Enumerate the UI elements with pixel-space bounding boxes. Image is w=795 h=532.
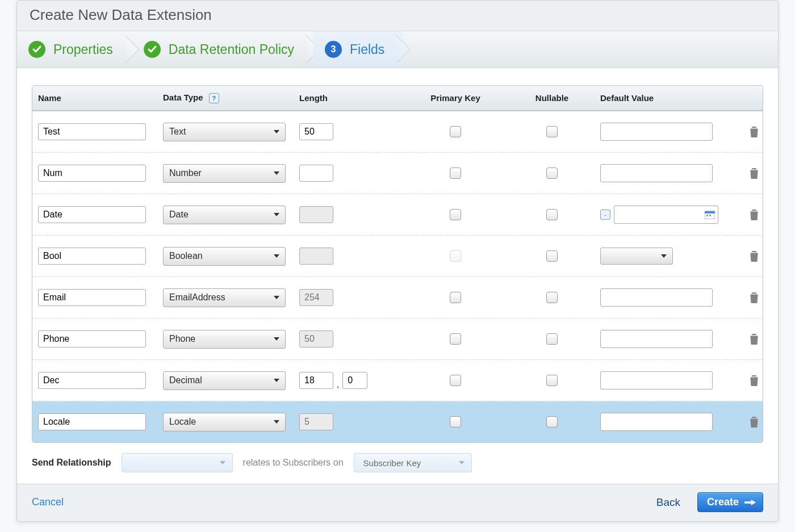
delete-row-icon[interactable] bbox=[749, 375, 759, 386]
default-value-input[interactable] bbox=[600, 164, 713, 182]
col-length: Length bbox=[299, 93, 407, 103]
cancel-button[interactable]: Cancel bbox=[32, 496, 64, 508]
data-type-select[interactable]: Text bbox=[163, 123, 286, 141]
nullable-checkbox[interactable] bbox=[546, 416, 558, 428]
length-input[interactable] bbox=[299, 165, 333, 182]
send-relationship-label: Send Relationship bbox=[32, 458, 111, 468]
svg-rect-2 bbox=[706, 215, 708, 216]
field-name-input[interactable] bbox=[38, 330, 146, 347]
data-type-value: Boolean bbox=[169, 251, 203, 261]
default-value-input bbox=[600, 413, 713, 431]
check-icon bbox=[28, 41, 45, 58]
data-type-select[interactable]: Boolean bbox=[163, 247, 286, 266]
data-type-value: Phone bbox=[169, 334, 195, 344]
data-type-select[interactable]: Phone bbox=[163, 330, 286, 349]
length-input bbox=[299, 413, 333, 430]
delete-row-icon[interactable] bbox=[749, 126, 759, 137]
col-default-value: Default Value bbox=[600, 93, 731, 103]
delete-row-icon[interactable] bbox=[749, 416, 759, 428]
col-primary-key: Primary Key bbox=[407, 93, 504, 103]
field-name-input[interactable] bbox=[38, 372, 146, 389]
step-label: Fields bbox=[350, 42, 384, 57]
default-value-input[interactable] bbox=[600, 123, 713, 141]
subscriber-key-select[interactable]: Subscriber Key bbox=[354, 453, 472, 472]
primary-key-checkbox[interactable] bbox=[450, 375, 461, 386]
nullable-checkbox[interactable] bbox=[546, 375, 558, 386]
data-type-select[interactable]: Number bbox=[163, 164, 286, 183]
send-relationship-row: Send Relationship relates to Subscribers… bbox=[32, 453, 763, 472]
nullable-checkbox[interactable] bbox=[546, 250, 558, 262]
wizard-steps: Properties Data Retention Policy 3 Field… bbox=[17, 31, 778, 68]
delete-row-icon[interactable] bbox=[749, 292, 759, 303]
primary-key-checkbox[interactable] bbox=[450, 416, 461, 428]
nullable-checkbox[interactable] bbox=[546, 292, 558, 303]
col-name: Name bbox=[38, 93, 163, 103]
modal-footer: Cancel Back Create bbox=[17, 484, 778, 521]
length-input bbox=[299, 289, 333, 306]
nullable-checkbox[interactable] bbox=[546, 126, 558, 137]
default-value-select[interactable] bbox=[600, 248, 673, 265]
default-value-input bbox=[600, 330, 713, 348]
length-input bbox=[299, 248, 333, 265]
table-row: Date- bbox=[32, 194, 763, 236]
data-type-select[interactable]: EmailAddress bbox=[163, 288, 286, 307]
step-fields[interactable]: 3 Fields bbox=[313, 31, 404, 68]
delete-row-icon[interactable] bbox=[749, 167, 759, 179]
col-nullable: Nullable bbox=[504, 93, 600, 103]
step-properties[interactable]: Properties bbox=[17, 31, 132, 68]
check-icon bbox=[144, 41, 161, 58]
data-type-value: Number bbox=[169, 168, 202, 178]
data-type-select[interactable]: Decimal bbox=[163, 371, 286, 390]
data-type-value: Decimal bbox=[169, 375, 202, 386]
arrow-right-icon bbox=[744, 498, 756, 507]
primary-key-checkbox[interactable] bbox=[450, 167, 461, 179]
primary-key-checkbox[interactable] bbox=[450, 209, 461, 220]
length-input[interactable] bbox=[299, 123, 333, 140]
back-button[interactable]: Back bbox=[656, 496, 680, 509]
default-value-input[interactable] bbox=[600, 371, 713, 389]
data-type-select[interactable]: Locale bbox=[163, 413, 286, 432]
delete-row-icon[interactable] bbox=[749, 333, 759, 345]
create-button[interactable]: Create bbox=[697, 492, 763, 512]
nullable-checkbox[interactable] bbox=[546, 333, 558, 345]
step-label: Properties bbox=[53, 42, 113, 57]
svg-rect-3 bbox=[709, 215, 711, 216]
modal-title: Create New Data Extension bbox=[17, 1, 778, 31]
table-row: Locale bbox=[32, 401, 763, 442]
table-row: Decimal, bbox=[32, 360, 763, 401]
help-icon[interactable]: ? bbox=[209, 93, 219, 103]
default-value-date-input[interactable] bbox=[614, 206, 718, 224]
modal-create-data-extension: Create New Data Extension Properties Dat… bbox=[16, 0, 779, 522]
field-name-input[interactable] bbox=[38, 248, 146, 265]
svg-rect-1 bbox=[705, 211, 715, 213]
field-name-input[interactable] bbox=[38, 413, 146, 430]
field-name-input[interactable] bbox=[38, 206, 146, 223]
field-name-input[interactable] bbox=[38, 165, 146, 182]
table-row: Phone bbox=[32, 319, 763, 360]
length-input[interactable] bbox=[299, 372, 333, 389]
primary-key-checkbox[interactable] bbox=[450, 292, 461, 303]
send-relationship-hint: relates to Subscribers on bbox=[243, 458, 344, 468]
delete-row-icon[interactable] bbox=[749, 209, 759, 220]
scale-input[interactable] bbox=[342, 372, 367, 389]
primary-key-checkbox[interactable] bbox=[450, 333, 461, 345]
delete-row-icon[interactable] bbox=[749, 250, 759, 262]
primary-key-checkbox bbox=[450, 250, 461, 262]
nullable-checkbox[interactable] bbox=[546, 209, 558, 220]
calendar-icon[interactable] bbox=[705, 210, 715, 219]
field-name-input[interactable] bbox=[38, 289, 146, 306]
chevron-right-icon bbox=[396, 31, 411, 68]
table-row: Boolean bbox=[32, 236, 763, 277]
data-type-select[interactable]: Date bbox=[163, 206, 286, 224]
clear-date-icon[interactable]: - bbox=[600, 210, 610, 220]
step-data-retention[interactable]: Data Retention Policy bbox=[132, 31, 313, 68]
primary-key-checkbox[interactable] bbox=[450, 126, 461, 137]
data-type-value: Locale bbox=[169, 417, 196, 427]
field-name-input[interactable] bbox=[38, 123, 146, 140]
col-data-type: Data Type ? bbox=[163, 93, 299, 103]
fields-table: Name Data Type ? Length Primary Key Null… bbox=[32, 85, 763, 443]
table-row: EmailAddress bbox=[32, 277, 763, 319]
nullable-checkbox[interactable] bbox=[546, 167, 558, 179]
send-relationship-field-select[interactable] bbox=[122, 453, 233, 472]
table-row: Number bbox=[32, 153, 763, 194]
